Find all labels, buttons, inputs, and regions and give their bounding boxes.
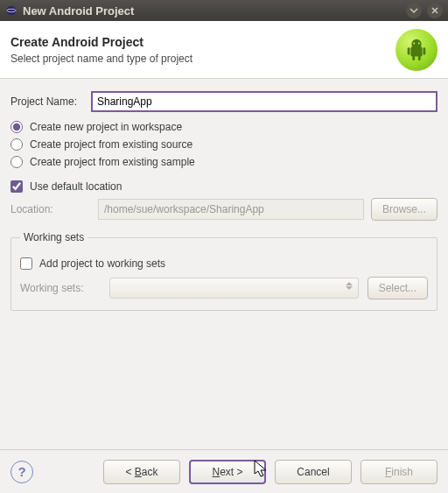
text: inish (391, 466, 413, 478)
eclipse-icon (5, 4, 18, 17)
radio-label: Create project from existing source (30, 138, 192, 151)
radio-new-workspace-input[interactable] (10, 121, 23, 133)
window-close-button[interactable] (427, 3, 443, 18)
radio-existing-sample[interactable]: Create project from existing sample (10, 156, 438, 168)
cancel-button[interactable]: Cancel (275, 460, 352, 484)
working-sets-legend: Working sets (20, 231, 88, 243)
project-name-label: Project Name: (10, 95, 91, 108)
wizard-content: Project Name: Create new project in work… (0, 79, 448, 325)
close-icon (430, 6, 439, 15)
text: N (212, 466, 220, 478)
add-to-working-sets-input[interactable] (20, 257, 32, 270)
text: ack (142, 466, 158, 478)
radio-existing-sample-input[interactable] (10, 156, 23, 168)
svg-point-9 (418, 42, 420, 44)
titlebar: New Android Project (0, 0, 448, 21)
project-name-input[interactable] (91, 91, 438, 112)
radio-existing-source-input[interactable] (10, 138, 23, 151)
back-button[interactable]: < Back (103, 460, 180, 484)
banner-subheading: Select project name and type of project (10, 53, 396, 65)
working-sets-combo (109, 278, 359, 299)
chevron-down-icon (410, 6, 418, 15)
project-source-radio-group: Create new project in workspace Create p… (10, 121, 438, 168)
working-sets-combo-label: Working sets: (20, 282, 101, 294)
text: B (135, 466, 142, 478)
finish-button: Finish (360, 460, 438, 484)
window-title: New Android Project (23, 4, 134, 18)
location-row: Location: Browse... (10, 198, 438, 221)
project-name-row: Project Name: (10, 91, 438, 112)
next-button[interactable]: Next > (189, 460, 266, 484)
text: ext > (220, 466, 242, 478)
use-default-location-input[interactable] (10, 180, 23, 193)
android-icon (396, 29, 438, 71)
banner-heading: Create Android Project (10, 35, 396, 49)
radio-new-workspace[interactable]: Create new project in workspace (10, 121, 438, 133)
svg-rect-6 (412, 55, 415, 60)
help-icon[interactable]: ? (10, 461, 33, 483)
svg-rect-5 (424, 47, 426, 54)
stepper-icon (346, 282, 353, 290)
location-label: Location: (10, 203, 91, 215)
svg-point-8 (413, 42, 415, 44)
working-sets-group: Working sets Add project to working sets… (10, 231, 438, 311)
select-working-sets-button: Select... (368, 277, 428, 299)
svg-rect-4 (408, 47, 410, 54)
checkbox-label: Use default location (30, 180, 122, 193)
working-sets-combo-row: Working sets: Select... (20, 277, 428, 299)
window-minimize-button[interactable] (406, 3, 422, 18)
wizard-banner: Create Android Project Select project na… (0, 21, 448, 79)
radio-label: Create project from existing sample (30, 156, 195, 168)
wizard-footer: ? < Back Next > Cancel Finish (0, 449, 448, 493)
text: < (125, 466, 134, 478)
radio-existing-source[interactable]: Create project from existing source (10, 138, 438, 151)
location-input (98, 199, 364, 220)
svg-point-0 (7, 6, 17, 16)
use-default-location-checkbox[interactable]: Use default location (10, 180, 438, 193)
svg-point-3 (411, 39, 421, 48)
add-to-working-sets-checkbox[interactable]: Add project to working sets (20, 257, 428, 270)
checkbox-label: Add project to working sets (39, 257, 165, 270)
radio-label: Create new project in workspace (30, 121, 182, 133)
svg-rect-7 (418, 55, 421, 60)
browse-button: Browse... (371, 198, 438, 221)
